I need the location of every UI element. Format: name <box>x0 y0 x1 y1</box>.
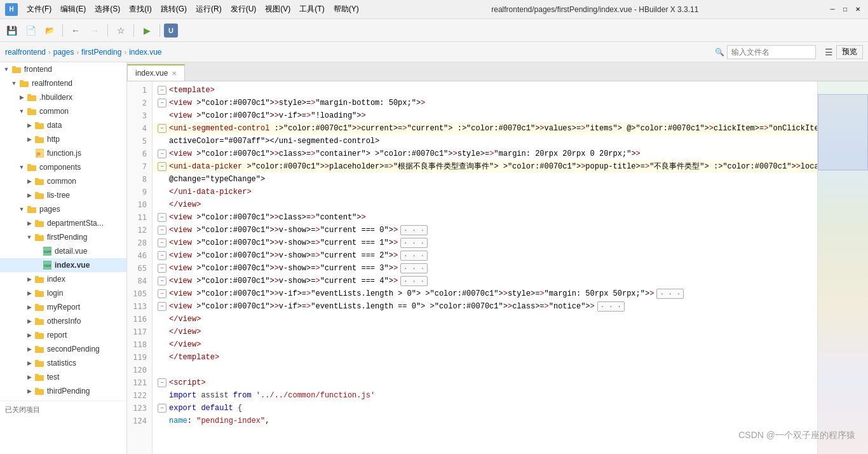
fold-icon[interactable]: − <box>158 226 166 235</box>
breadcrumb-home[interactable]: realfrontend <box>5 48 46 57</box>
sidebar-item-indexVue[interactable]: vueindex.vue <box>0 258 126 272</box>
sidebar-item-hbuilderx[interactable]: ▶.hbuilderx <box>0 90 126 104</box>
breadcrumb-file[interactable]: index.vue <box>129 48 161 57</box>
collapsed-snippet[interactable]: · · · <box>597 301 625 312</box>
menu-item-y[interactable]: 帮助(Y) <box>330 3 363 16</box>
menu-item-g[interactable]: 跳转(G) <box>157 3 191 16</box>
fold-icon[interactable]: − <box>158 251 166 260</box>
sidebar-item-index[interactable]: ▶index <box>0 272 126 286</box>
expand-arrow-icon[interactable]: ▶ <box>25 359 33 367</box>
run-button[interactable]: ▶ <box>138 22 156 39</box>
menu-item-e[interactable]: 编辑(E) <box>57 3 90 16</box>
code-content[interactable]: −<template>− <view >"color:#0070c1">>sty… <box>153 81 817 454</box>
sidebar-item-login[interactable]: ▶login <box>0 286 126 300</box>
fold-icon[interactable]: − <box>158 264 166 273</box>
breadcrumb-firstpending[interactable]: firstPending <box>81 48 121 57</box>
sidebar-item-test[interactable]: ▶test <box>0 370 126 384</box>
save-button[interactable]: 💾 <box>3 22 20 39</box>
expand-arrow-icon[interactable]: ▶ <box>25 135 33 143</box>
collapsed-snippet[interactable]: · · · <box>656 289 684 299</box>
close-button[interactable]: ✕ <box>853 4 863 15</box>
expand-arrow-icon[interactable]: ▶ <box>25 275 33 283</box>
collapsed-snippet[interactable]: · · · <box>400 238 428 248</box>
sidebar-item-firstPending[interactable]: ▼firstPending <box>0 230 126 244</box>
collapsed-snippet[interactable]: · · · <box>400 263 428 273</box>
bookmark-button[interactable]: ☆ <box>112 22 130 39</box>
expand-arrow-icon[interactable]: ▶ <box>25 373 33 381</box>
open-button[interactable]: 📂 <box>41 22 58 39</box>
collapsed-snippet[interactable]: · · · <box>400 251 428 261</box>
sidebar-item-listree[interactable]: ▶lis-tree <box>0 188 126 202</box>
new-file-button[interactable]: 📄 <box>22 22 39 39</box>
menu-item-r[interactable]: 运行(R) <box>192 3 226 16</box>
fold-icon[interactable]: − <box>158 86 166 95</box>
maximize-button[interactable]: □ <box>840 4 850 15</box>
sidebar-item-detailVue[interactable]: vuedetail.vue <box>0 244 126 258</box>
collapse-arrow-icon[interactable]: ▼ <box>18 163 25 171</box>
sidebar-item-common[interactable]: ▼common <box>0 104 126 118</box>
forward-button[interactable]: → <box>86 22 104 39</box>
fold-icon[interactable]: − <box>158 289 166 298</box>
expand-arrow-icon[interactable]: ▶ <box>25 387 33 395</box>
collapse-arrow-icon[interactable]: ▼ <box>3 65 10 73</box>
breadcrumb-pages[interactable]: pages <box>53 48 74 57</box>
collapse-arrow-icon[interactable]: ▼ <box>10 79 18 87</box>
menu-item-t[interactable]: 工具(T) <box>295 3 328 16</box>
source-control-button[interactable]: U <box>164 24 178 38</box>
minimize-button[interactable]: ─ <box>827 4 837 15</box>
preview-button[interactable]: 预览 <box>836 45 863 59</box>
sidebar-item-frontend[interactable]: ▼frontend <box>0 62 126 76</box>
collapsed-snippet[interactable]: · · · <box>400 225 428 235</box>
expand-arrow-icon[interactable]: ▶ <box>25 121 33 129</box>
sidebar-item-functionjs[interactable]: jsfunction.js <box>0 146 126 160</box>
fold-icon[interactable]: − <box>158 238 166 247</box>
expand-arrow-icon[interactable]: ▶ <box>25 317 33 325</box>
collapse-arrow-icon[interactable]: ▼ <box>18 107 25 115</box>
sidebar-item-departmentSta[interactable]: ▶departmentSta... <box>0 216 126 230</box>
fold-icon[interactable]: − <box>158 124 166 133</box>
sidebar-item-pages[interactable]: ▼pages <box>0 202 126 216</box>
sidebar-item-myReport[interactable]: ▶myReport <box>0 300 126 314</box>
file-search-input[interactable] <box>727 45 816 59</box>
expand-arrow-icon[interactable]: ▶ <box>25 191 33 199</box>
expand-arrow-icon[interactable]: ▶ <box>25 345 33 353</box>
expand-arrow-icon[interactable]: ▶ <box>18 93 25 101</box>
collapse-arrow-icon[interactable]: ▼ <box>18 205 25 213</box>
collapse-arrow-icon[interactable]: ▼ <box>25 233 33 241</box>
fold-icon[interactable]: − <box>158 99 166 107</box>
sidebar-item-http[interactable]: ▶http <box>0 132 126 146</box>
sidebar-item-components[interactable]: ▼components <box>0 160 126 174</box>
menu-item-u[interactable]: 发行(U) <box>227 3 261 16</box>
fold-icon[interactable]: − <box>158 404 166 413</box>
expand-arrow-icon[interactable]: ▶ <box>25 289 33 297</box>
sidebar-item-secondPending[interactable]: ▶secondPending <box>0 342 126 356</box>
expand-arrow-icon[interactable]: ▶ <box>25 219 33 227</box>
menu-item-i[interactable]: 查找(I) <box>125 3 155 16</box>
collapsed-snippet[interactable]: · · · <box>400 276 428 286</box>
menu-item-s[interactable]: 选择(S) <box>91 3 124 16</box>
sidebar-item-thirdPending[interactable]: ▶thirdPending <box>0 384 126 398</box>
minimap-viewport[interactable] <box>818 94 868 170</box>
fold-icon[interactable]: − <box>158 162 166 171</box>
sidebar-item-report[interactable]: ▶report <box>0 328 126 342</box>
sidebar-item-data[interactable]: ▶data <box>0 118 126 132</box>
tab-index-vue[interactable]: index.vue ✕ <box>127 64 185 81</box>
back-button[interactable]: ← <box>67 22 85 39</box>
expand-arrow-icon[interactable]: ▶ <box>25 177 33 185</box>
expand-arrow-icon[interactable]: ▶ <box>25 303 33 311</box>
sidebar-item-statistics[interactable]: ▶statistics <box>0 356 126 370</box>
menu-item-f[interactable]: 文件(F) <box>23 3 55 16</box>
fold-icon[interactable]: − <box>158 213 166 222</box>
sidebar-item-realfrontend[interactable]: ▼realfrontend <box>0 76 126 90</box>
menu-item-v[interactable]: 视图(V) <box>261 3 294 16</box>
sidebar-item-othersInfo[interactable]: ▶othersInfo <box>0 314 126 328</box>
fold-icon[interactable]: − <box>158 149 166 158</box>
fold-icon[interactable]: − <box>158 277 166 285</box>
fold-icon[interactable]: − <box>158 302 166 311</box>
tab-close-icon[interactable]: ✕ <box>172 70 177 77</box>
sidebar-label: othersInfo <box>47 317 81 326</box>
fold-icon[interactable]: − <box>158 378 166 387</box>
filter-icon[interactable]: ☰ <box>821 45 836 60</box>
expand-arrow-icon[interactable]: ▶ <box>25 331 33 339</box>
sidebar-item-common2[interactable]: ▶common <box>0 174 126 188</box>
